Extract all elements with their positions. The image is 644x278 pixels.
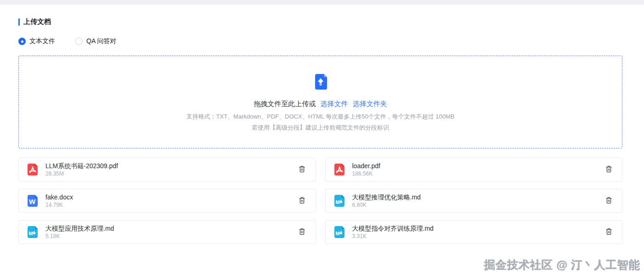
upload-panel: 上传文档 文本文件 QA 问答对 拖拽文件至此上传或 选择文件 选择文件夹 支 [0, 5, 644, 244]
file-dropzone[interactable]: 拖拽文件至此上传或 选择文件 选择文件夹 支持格式：TXT、Markdown、P… [18, 56, 622, 148]
radio-option-label: 文本文件 [29, 37, 55, 45]
file-size: 186.56K [352, 170, 381, 177]
file-type-radio-group: 文本文件 QA 问答对 [18, 37, 622, 45]
trash-icon [604, 196, 613, 206]
title-accent-bar [18, 18, 20, 26]
file-upload-icon [311, 72, 330, 93]
file-size: 14.79K [45, 202, 73, 209]
watermark-text: 掘金技术社区 @ 汀丶人工智能 [484, 258, 640, 272]
radio-option-text-file[interactable]: 文本文件 [18, 37, 55, 45]
page-title: 上传文档 [18, 17, 622, 26]
delete-file-button[interactable] [604, 227, 614, 237]
markdown-file-icon: W M [25, 225, 40, 239]
delete-file-button[interactable] [297, 227, 307, 237]
svg-text:M: M [335, 231, 339, 236]
file-card: W M 大模型应用技术原理.md 5.18K [18, 220, 316, 244]
page-title-text: 上传文档 [23, 17, 51, 26]
delete-file-button[interactable] [604, 196, 614, 206]
markdown-file-icon: W M [332, 193, 347, 208]
svg-text:M: M [28, 231, 33, 236]
file-size: 26.35M [45, 170, 118, 177]
file-name: 大模型推理优化策略.md [352, 193, 421, 201]
top-window-strip [0, 0, 644, 5]
delete-file-button[interactable] [297, 196, 307, 206]
trash-icon [604, 227, 613, 237]
file-name: 大模型应用技术原理.md [45, 224, 114, 233]
file-grid: W M LLM系统书籍-202309.pdf 26.35M [18, 158, 622, 244]
file-card: W M 大模型推理优化策略.md 6.80K [325, 189, 623, 213]
pdf-file-icon: W M [332, 162, 347, 177]
pdf-file-icon: W M [25, 162, 40, 177]
dropzone-segment-hint: 若使用【高级分段】建议上传前规范文件的分段标识 [252, 124, 389, 132]
file-card: W M fake.docx 14.79K [18, 189, 316, 213]
delete-file-button[interactable] [297, 165, 307, 175]
word-file-icon: W M [25, 193, 40, 208]
file-card: W M LLM系统书籍-202309.pdf 26.35M [18, 158, 316, 182]
trash-icon [298, 196, 306, 206]
svg-text:W: W [29, 198, 36, 205]
file-size: 3.31K [352, 233, 434, 240]
trash-icon [604, 165, 613, 175]
file-name: 大模型指令对齐训练原理.md [352, 224, 434, 233]
trash-icon [298, 165, 306, 175]
file-name: LLM系统书籍-202309.pdf [45, 162, 118, 170]
dropzone-format-hint: 支持格式：TXT、Markdown、PDF、DOCX、HTML 每次最多上传50… [186, 113, 455, 121]
select-folder-link[interactable]: 选择文件夹 [353, 100, 387, 108]
radio-unselected-icon[interactable] [75, 38, 83, 45]
radio-option-label: QA 问答对 [86, 37, 116, 45]
file-size: 5.18K [45, 233, 114, 240]
dropzone-main-text: 拖拽文件至此上传或 选择文件 选择文件夹 [254, 100, 387, 108]
radio-selected-icon[interactable] [18, 38, 26, 45]
file-name: fake.docx [45, 193, 73, 201]
delete-file-button[interactable] [604, 165, 614, 175]
radio-option-qa-pairs[interactable]: QA 问答对 [75, 37, 116, 45]
file-card: W M loader.pdf 186.56K [325, 158, 623, 182]
file-size: 6.80K [352, 202, 421, 209]
markdown-file-icon: W M [332, 225, 347, 239]
file-card: W M 大模型指令对齐训练原理.md 3.31K [325, 220, 623, 244]
trash-icon [298, 227, 306, 237]
dropzone-instruction: 拖拽文件至此上传或 [254, 100, 316, 108]
select-file-link[interactable]: 选择文件 [321, 100, 348, 108]
file-name: loader.pdf [352, 162, 381, 170]
svg-text:M: M [335, 199, 339, 205]
